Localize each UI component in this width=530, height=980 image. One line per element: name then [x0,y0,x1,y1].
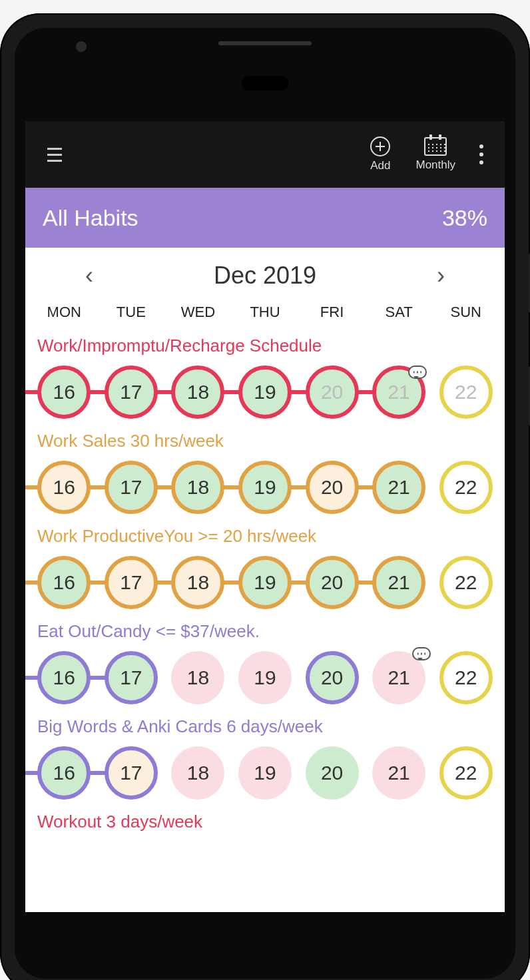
speaker-slit [218,41,312,45]
day-circle[interactable]: 20 [306,461,359,514]
habit-title[interactable]: Work/Impromptu/Recharge Schedule [25,334,505,362]
day-circle[interactable]: 16 [37,366,91,419]
day-cell: 18 [164,362,232,423]
day-circle[interactable]: 21 [372,461,425,514]
habit-block: Work ProductiveYou >= 20 hrs/week1617181… [25,521,505,616]
day-cell: 21 [366,362,433,423]
day-cell: 17 [98,742,165,804]
day-circle[interactable]: 16 [37,651,91,704]
day-cell: 19 [232,362,299,423]
day-circle[interactable]: 21 [372,366,425,419]
habit-days-row: 16171819202122 [25,647,505,708]
habit-title[interactable]: Workout 3 days/week [25,810,505,838]
day-cell: 19 [232,742,299,804]
prev-month-button[interactable]: ‹ [85,262,93,290]
menu-button[interactable] [41,141,68,168]
day-cell: 16 [31,457,98,518]
day-circle[interactable]: 22 [439,366,493,419]
habit-days-row: 16171819202122 [25,457,505,518]
day-circle[interactable]: 18 [171,556,224,609]
day-circle[interactable]: 22 [439,461,493,514]
habit-block: Work/Impromptu/Recharge Schedule16171819… [25,330,505,425]
day-circle[interactable]: 16 [37,746,91,800]
day-circle[interactable]: 19 [238,746,292,800]
day-circle[interactable]: 18 [171,651,224,704]
monthly-button[interactable]: Monthly [406,137,465,172]
day-cell: 22 [432,647,499,708]
day-circle[interactable]: 20 [306,366,359,419]
habit-title[interactable]: Big Words & Anki Cards 6 days/week [25,715,505,742]
add-button[interactable]: Add [361,136,399,172]
day-circle[interactable]: 16 [37,556,91,609]
day-cell: 22 [432,552,499,613]
day-circle[interactable]: 22 [439,746,493,800]
day-cell: 18 [164,552,232,613]
day-cell: 21 [366,552,433,613]
habit-block: Workout 3 days/week [25,806,505,901]
day-circle[interactable]: 20 [306,746,359,800]
days-grid: 16171819202122 [31,647,499,708]
day-cell: 20 [298,362,366,423]
day-circle[interactable]: 18 [171,461,224,514]
day-circle[interactable]: 21 [372,746,425,800]
day-circle[interactable]: 21 [372,556,425,609]
weekday: THU [232,304,299,321]
day-circle[interactable]: 20 [306,651,359,704]
day-circle[interactable]: 18 [171,366,224,419]
day-circle[interactable]: 21 [372,651,425,704]
day-cell: 16 [31,362,98,423]
weekday: FRI [298,304,366,321]
day-circle[interactable]: 22 [439,556,493,609]
day-cell: 18 [164,742,232,804]
habit-title[interactable]: Work Sales 30 hrs/week [25,429,505,457]
next-month-button[interactable]: › [437,262,445,290]
summary-bar[interactable]: All Habits 38% [25,188,505,248]
overflow-button[interactable] [471,144,491,164]
day-circle[interactable]: 17 [105,556,158,609]
day-cell: 21 [366,647,433,708]
day-cell: 18 [164,457,232,518]
days-grid: 16171819202122 [31,362,499,423]
days-grid: 16171819202122 [31,552,499,613]
note-icon[interactable] [408,366,427,379]
habits-list[interactable]: Work/Impromptu/Recharge Schedule16171819… [25,328,505,904]
day-cell: 20 [298,457,366,518]
speaker-pill [242,76,288,91]
calendar-icon [424,137,447,156]
day-cell: 21 [366,457,433,518]
day-circle[interactable]: 16 [37,461,91,514]
day-circle[interactable]: 17 [105,366,158,419]
day-circle[interactable]: 19 [238,651,292,704]
day-cell: 19 [232,457,299,518]
day-circle[interactable]: 17 [105,651,158,704]
habit-days-row: 16171819202122 [25,552,505,613]
day-circle[interactable]: 19 [238,556,292,609]
day-circle[interactable]: 18 [171,746,224,800]
habit-block: Big Words & Anki Cards 6 days/week161718… [25,711,505,806]
month-navigation: ‹ Dec 2019 › [25,248,505,304]
weekday: SAT [366,304,433,321]
habit-title[interactable]: Eat Out/Candy <= $37/week. [25,620,505,647]
summary-percent: 38% [442,205,487,231]
screen: Add Monthly All Habits 38% ‹ Dec 2019 › [25,121,505,912]
day-cell: 17 [98,362,165,423]
day-circle[interactable]: 22 [439,651,493,704]
day-cell: 22 [432,742,499,804]
day-circle[interactable]: 19 [238,366,292,419]
habit-days-row [25,838,505,899]
weekday: WED [164,304,232,321]
note-icon[interactable] [412,647,431,660]
day-circle[interactable]: 19 [238,461,292,514]
monthly-label: Monthly [415,158,455,172]
weekday: TUE [98,304,165,321]
day-cell: 16 [31,552,98,613]
days-grid: 16171819202122 [31,742,499,804]
camera-dot [76,41,87,52]
day-circle[interactable]: 17 [105,746,158,800]
day-cell: 16 [31,647,98,708]
habit-block: Work Sales 30 hrs/week16171819202122 [25,425,505,521]
day-circle[interactable]: 20 [306,556,359,609]
day-circle[interactable]: 17 [105,461,158,514]
phone-frame: Add Monthly All Habits 38% ‹ Dec 2019 › [0,13,530,980]
habit-title[interactable]: Work ProductiveYou >= 20 hrs/week [25,525,505,552]
